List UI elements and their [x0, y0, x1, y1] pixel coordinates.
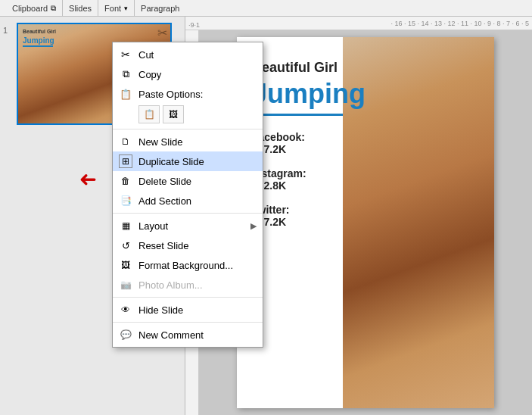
stat-instagram-label: Instagram: — [252, 167, 479, 179]
slides-label: Slides — [69, 4, 92, 13]
context-menu: ✂ Cut ⧉ Copy 📋 Paste Options: 📋 🖼 🗋 New … — [112, 42, 263, 348]
cut-icon: ✂ — [119, 48, 132, 61]
menu-item-cut[interactable]: ✂ Cut — [113, 45, 263, 64]
layout-submenu-arrow: ▶ — [250, 221, 257, 231]
menu-item-format-background[interactable]: 🖼 Format Background... — [113, 255, 263, 275]
slide-title-underline — [252, 114, 343, 116]
new-slide-icon: 🗋 — [119, 135, 132, 148]
duplicate-slide-icon: ⊞ — [119, 154, 132, 168]
stat-twitter-value: 567.2K — [252, 216, 479, 228]
paste-icon: 📋 — [119, 87, 132, 101]
hide-slide-icon: 👁 — [119, 303, 132, 317]
slide-thumb-small-title: Beautiful Girl — [23, 29, 56, 34]
menu-divider-1 — [113, 129, 263, 129]
stat-twitter: Twitter: 567.2K — [252, 204, 479, 228]
ruler-top-marks: · 16 · 15 · 14 · 13 · 12 · 11 · 10 · 9 ·… — [390, 20, 529, 27]
clipboard-icon: ⧉ — [51, 4, 56, 13]
menu-add-section-label: Add Section — [138, 195, 257, 207]
menu-divider-2 — [113, 213, 263, 214]
ruler-top-left-mark: ·9·1 — [188, 21, 200, 29]
menu-item-new-comment[interactable]: 💬 New Comment — [113, 325, 263, 345]
stat-instagram: Instagram: 182.8K — [252, 167, 479, 192]
menu-cut-label: Cut — [138, 49, 257, 61]
menu-duplicate-slide-label: Duplicate Slide — [138, 156, 257, 167]
menu-copy-label: Copy — [138, 69, 257, 80]
stat-twitter-label: Twitter: — [252, 204, 479, 216]
font-label: Font — [104, 4, 121, 13]
paste-icon-btn-1[interactable]: 📋 — [138, 105, 160, 123]
add-section-icon: 📑 — [119, 194, 132, 208]
menu-item-add-section[interactable]: 📑 Add Section — [113, 191, 263, 211]
delete-slide-icon: 🗑 — [119, 174, 132, 188]
layout-icon: ▦ — [119, 219, 132, 232]
format-bg-icon: 🖼 — [119, 258, 132, 272]
stat-facebook-label: Facebook: — [252, 131, 479, 143]
stat-instagram-value: 182.8K — [252, 179, 479, 192]
ruler-top: · 16 · 15 · 14 · 13 · 12 · 11 · 10 · 9 ·… — [185, 17, 532, 30]
cut-marker-icon: ✂ — [157, 26, 167, 40]
slide-number: 1 — [3, 26, 8, 35]
menu-delete-slide-label: Delete Slide — [138, 176, 257, 187]
toolbar-font: Font ▾ — [98, 0, 135, 16]
menu-item-layout[interactable]: ▦ Layout ▶ — [113, 216, 263, 236]
menu-format-bg-label: Format Background... — [138, 260, 257, 271]
photo-album-icon: 📷 — [119, 278, 132, 292]
slide-title: Beautiful Girl — [252, 60, 479, 76]
menu-item-duplicate-slide[interactable]: ⊞ Duplicate Slide — [113, 151, 263, 171]
menu-layout-label: Layout — [138, 220, 244, 232]
paragraph-label: Paragraph — [141, 4, 179, 13]
menu-item-delete-slide[interactable]: 🗑 Delete Slide — [113, 171, 263, 191]
slide-content: Beautiful Girl Jumping Facebook: 567.2K … — [252, 60, 479, 240]
menu-item-copy[interactable]: ⧉ Copy — [113, 64, 263, 84]
menu-photo-album-label: Photo Album... — [138, 279, 257, 291]
clipboard-label: Clipboard — [12, 4, 48, 13]
font-expand-icon[interactable]: ▾ — [124, 5, 128, 12]
menu-hide-slide-label: Hide Slide — [138, 304, 257, 316]
menu-new-comment-label: New Comment — [138, 329, 257, 341]
slide-thumb-underline — [23, 45, 53, 47]
paste-icon-btn-2[interactable]: 🖼 — [163, 105, 184, 123]
menu-item-hide-slide[interactable]: 👁 Hide Slide — [113, 300, 263, 320]
menu-item-photo-album[interactable]: 📷 Photo Album... — [113, 275, 263, 295]
toolbar: Clipboard ⧉ Slides Font ▾ Paragraph — [0, 0, 532, 17]
copy-icon: ⧉ — [119, 67, 132, 81]
main-area: 1 Beautiful Girl Jumping ✂ · 16 · 15 · 1… — [0, 17, 532, 415]
menu-divider-3 — [113, 297, 263, 298]
arrow-pointer: ➜ — [79, 167, 97, 192]
slide-main[interactable]: Beautiful Girl Jumping Facebook: 567.2K … — [237, 37, 494, 408]
menu-reset-slide-label: Reset Slide — [138, 240, 257, 251]
reset-slide-icon: ↺ — [119, 239, 132, 252]
new-comment-icon: 💬 — [119, 328, 132, 342]
menu-item-new-slide[interactable]: 🗋 New Slide — [113, 132, 263, 151]
slide-subtitle: Jumping — [252, 79, 479, 109]
stat-facebook: Facebook: 567.2K — [252, 131, 479, 155]
toolbar-clipboard: Clipboard ⧉ — [6, 0, 63, 16]
paste-options-icons: 📋 🖼 — [113, 104, 263, 126]
menu-paste-options-label: Paste Options: — [138, 89, 257, 100]
menu-new-slide-label: New Slide — [138, 136, 257, 148]
menu-item-paste-header: 📋 Paste Options: — [113, 84, 263, 104]
stat-facebook-value: 567.2K — [252, 143, 479, 155]
menu-item-reset-slide[interactable]: ↺ Reset Slide — [113, 236, 263, 255]
toolbar-slides: Slides — [63, 0, 98, 16]
toolbar-paragraph: Paragraph — [135, 0, 185, 16]
slide-thumb-subtitle: Jumping — [23, 36, 54, 45]
menu-divider-4 — [113, 322, 263, 323]
